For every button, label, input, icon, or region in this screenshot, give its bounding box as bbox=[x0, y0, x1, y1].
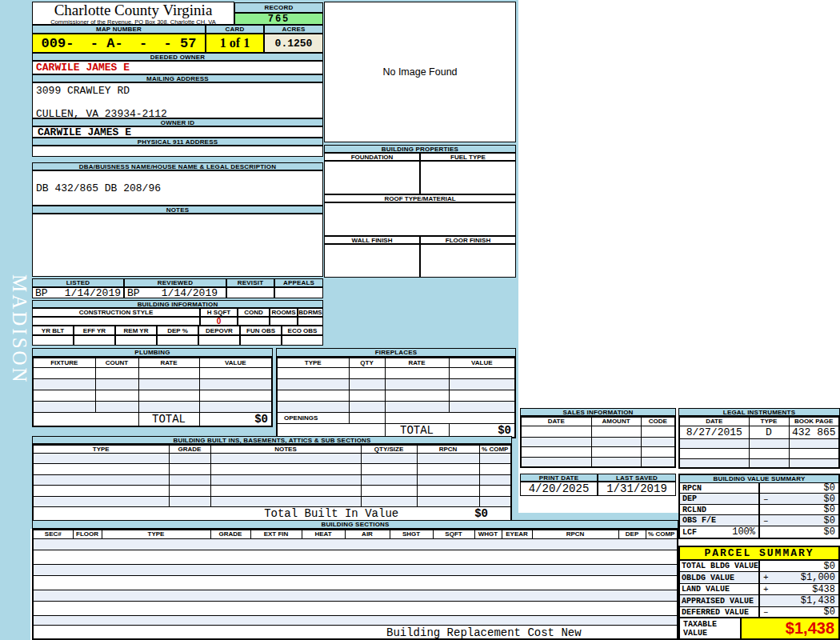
bdrms-value bbox=[298, 317, 323, 326]
parcel-label: DEFERRED VALUE bbox=[680, 608, 758, 617]
bvs-value: $0 bbox=[824, 504, 835, 515]
plumbing-section: PLUMBING FIXTURECOUNT RATEVALUE TOTAL $0 bbox=[32, 348, 273, 427]
parcel-row-appraised: APPRAISED VALUE $1,438 bbox=[680, 595, 838, 607]
bvs-label: DEP bbox=[680, 494, 758, 503]
funobs-value bbox=[240, 335, 282, 346]
floor-finish-value bbox=[420, 244, 516, 278]
remyr-label: REM YR bbox=[115, 326, 157, 335]
print-date-label: PRINT DATE bbox=[520, 474, 598, 482]
built-ins-section: BUILDING BUILT INS, BASEMENTS, ATTICS & … bbox=[32, 436, 512, 522]
plumbing-row bbox=[33, 378, 272, 390]
parcel-label: OBLDG VALUE bbox=[680, 574, 758, 582]
legal-description-box: DB 432/865 DB 208/96 bbox=[32, 170, 323, 206]
fireplaces-row bbox=[277, 390, 515, 401]
taxable-value-label: TAXABLE VALUE bbox=[680, 620, 740, 638]
revisit-value bbox=[226, 287, 274, 298]
reviewed-by: BP bbox=[127, 287, 140, 298]
parcel-row-deferred: DEFERRED VALUE – $0 bbox=[680, 607, 838, 618]
sales-column-headers: DATEAMOUNTCODE bbox=[521, 417, 675, 426]
building-information-title: BUILDING INFORMATION bbox=[32, 300, 323, 308]
parcel-row-land: LAND VALUE + $438 bbox=[680, 584, 838, 595]
title-block: Charlotte County Virginia Commissioner o… bbox=[32, 2, 234, 25]
bvs-value: $0 bbox=[824, 526, 835, 538]
dep-pct-value bbox=[157, 335, 198, 346]
built-ins-row bbox=[33, 454, 511, 464]
fireplaces-column-headers: TYPEQTY RATEVALUE bbox=[277, 358, 515, 367]
built-ins-total-value: $0 bbox=[474, 507, 510, 520]
bvs-row-lcf: LCF 100% $0 bbox=[680, 526, 838, 538]
floor-finish-label: FLOOR FINISH bbox=[420, 236, 516, 244]
building-sections-row bbox=[33, 601, 678, 615]
county-title: Charlotte County Virginia bbox=[33, 2, 234, 18]
plumbing-row bbox=[33, 401, 272, 412]
bvs-value: $0 bbox=[824, 515, 835, 526]
rooms-value bbox=[270, 317, 298, 326]
legal-instruments-section: LEGAL INSTRUMENTS DATETYPEBOOK PAGE 8/27… bbox=[678, 408, 840, 469]
parcel-row-taxable: TAXABLE VALUE $1,438 bbox=[680, 618, 838, 638]
no-image-text: No Image Found bbox=[382, 66, 457, 78]
parcel-value: $1,438 bbox=[801, 595, 835, 606]
depovr-value bbox=[198, 335, 240, 346]
plumbing-total-label: TOTAL bbox=[138, 412, 199, 426]
roof-type-value bbox=[324, 202, 516, 236]
legal-type: D bbox=[749, 426, 789, 438]
sales-row bbox=[521, 446, 675, 457]
legal-book-page: 432 865 bbox=[789, 426, 839, 438]
parcel-op: + bbox=[763, 585, 769, 594]
bvs-value: $0 bbox=[824, 494, 835, 505]
roof-type-label: ROOF TYPE/MATERIAL bbox=[324, 194, 516, 202]
plumbing-column-headers: FIXTURECOUNT RATEVALUE bbox=[33, 358, 272, 367]
parcel-value: $1,000 bbox=[801, 572, 835, 583]
legal-instrument-row bbox=[679, 458, 839, 468]
bvs-op: – bbox=[763, 516, 769, 526]
property-photo-placeholder: No Image Found bbox=[324, 2, 516, 142]
parcel-row-total-bldg: TOTAL BLDG VALUE $0 bbox=[680, 561, 838, 572]
remyr-value bbox=[115, 335, 157, 346]
legal-date: 8/27/2015 bbox=[679, 426, 749, 438]
built-ins-row bbox=[33, 464, 511, 475]
bvs-lcf-percent: 100% bbox=[732, 526, 755, 538]
legal-column-headers: DATETYPEBOOK PAGE bbox=[679, 417, 839, 426]
plumbing-row bbox=[33, 367, 272, 378]
listed-value: BP 1/14/2019 bbox=[32, 287, 124, 298]
bvs-label: LCF bbox=[682, 528, 697, 537]
sales-title: SALES INFORMATION bbox=[520, 408, 676, 416]
last-saved-label: LAST SAVED bbox=[598, 474, 676, 482]
acres-label: ACRES bbox=[264, 25, 323, 34]
acres-value: 0.1250 bbox=[264, 34, 323, 53]
replacement-cost-label: Building Replacement Cost New bbox=[386, 626, 582, 639]
ecoobs-label: ECO OBS bbox=[282, 326, 323, 335]
hsqft-label: H SQFT bbox=[200, 308, 238, 317]
parcel-op: – bbox=[763, 607, 769, 617]
parcel-summary-section: PARCEL SUMMARY TOTAL BLDG VALUE $0 OBLDG… bbox=[678, 546, 840, 640]
building-sections-row bbox=[33, 575, 678, 590]
bvs-label: RPCN bbox=[680, 484, 758, 493]
parcel-value: $438 bbox=[812, 584, 835, 595]
building-sections-row bbox=[33, 590, 678, 601]
reviewed-value: BP 1/14/2019 bbox=[124, 287, 226, 298]
construction-style-value bbox=[32, 317, 200, 326]
built-ins-total-label: Total Built In Value bbox=[264, 507, 398, 520]
parcel-summary-title: PARCEL SUMMARY bbox=[680, 547, 838, 561]
fireplaces-title: FIREPLACES bbox=[276, 348, 516, 357]
parcel-value: $0 bbox=[824, 606, 835, 618]
built-ins-row bbox=[33, 475, 511, 486]
plumbing-title: PLUMBING bbox=[32, 348, 273, 357]
listed-by: BP bbox=[35, 287, 48, 298]
rooms-label: ROOMS bbox=[270, 308, 298, 317]
physical-911-label: PHYSICAL 911 ADDRESS bbox=[32, 138, 323, 146]
last-saved-value: 1/31/2019 bbox=[598, 482, 676, 496]
sales-section: SALES INFORMATION DATEAMOUNTCODE bbox=[520, 408, 676, 468]
built-ins-title: BUILDING BUILT INS, BASEMENTS, ATTICS & … bbox=[32, 436, 512, 444]
cond-label: COND bbox=[238, 308, 270, 317]
sales-row bbox=[521, 457, 675, 467]
building-sections-row bbox=[33, 550, 678, 564]
bvs-row-rclnd: RCLND $0 bbox=[680, 505, 838, 515]
legal-description-value: DB 432/865 DB 208/96 bbox=[33, 171, 322, 194]
bvs-label: OBS F/E bbox=[680, 516, 758, 525]
bdrms-label: BDRMS bbox=[298, 308, 323, 317]
built-ins-table: TYPEGRADENOTES QTY/SIZERPCN% COMP Total … bbox=[32, 444, 512, 522]
mailing-address-box: 3099 CRAWLEY RD CULLEN, VA 23934-2112 bbox=[32, 82, 323, 118]
hsqft-value: 0 bbox=[200, 317, 238, 326]
openings-label: OPENINGS bbox=[277, 412, 349, 423]
